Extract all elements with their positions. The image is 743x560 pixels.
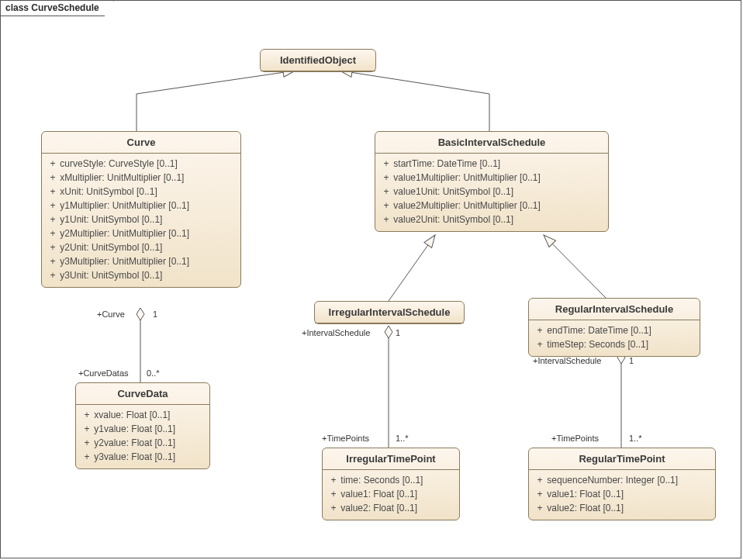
class-attribute: + y1Unit: UnitSymbol [0..1]	[48, 213, 234, 226]
class-basic-interval-schedule: BasicIntervalSchedule + startTime: DateT…	[375, 131, 609, 232]
class-title: Curve	[42, 132, 240, 154]
class-attribute: + endTime: DateTime [0..1]	[535, 323, 693, 337]
class-title: IdentifiedObject	[261, 50, 375, 71]
class-attribute: + time: Seconds [0..1]	[329, 473, 453, 487]
class-attribute: + xUnit: UnitSymbol [0..1]	[48, 185, 234, 199]
class-attrs: + startTime: DateTime [0..1]+ value1Mult…	[375, 154, 608, 231]
class-regular-time-point: RegularTimePoint + sequenceNumber: Integ…	[528, 448, 716, 520]
role-curvedatas-mult: 0..*	[147, 368, 160, 378]
class-attribute: + y1value: Float [0..1]	[82, 422, 203, 436]
class-attribute: + value2: Float [0..1]	[329, 501, 453, 515]
class-attribute: + xvalue: Float [0..1]	[82, 408, 203, 422]
class-attribute: + value1: Float [0..1]	[329, 487, 453, 501]
class-attribute: + value2Unit: UnitSymbol [0..1]	[382, 213, 602, 226]
class-attribute: + timeStep: Seconds [0..1]	[535, 337, 693, 351]
role-reg-sched-mult: 1	[629, 356, 634, 365]
class-curve-data: CurveData + xvalue: Float [0..1]+ y1valu…	[75, 382, 210, 469]
class-attribute: + y2Unit: UnitSymbol [0..1]	[48, 240, 234, 254]
role-reg-tp: +TimePoints	[551, 434, 599, 443]
class-attribute: + y1Multiplier: UnitMultiplier [0..1]	[48, 199, 234, 213]
class-attrs: + time: Seconds [0..1]+ value1: Float [0…	[323, 470, 459, 520]
class-attribute: + value2: Float [0..1]	[535, 501, 709, 515]
class-attribute: + y3Multiplier: UnitMultiplier [0..1]	[48, 254, 234, 268]
class-attrs: + curveStyle: CurveStyle [0..1]+ xMultip…	[42, 154, 240, 287]
role-ir-sched-mult: 1	[396, 328, 400, 337]
class-attribute: + value2Multiplier: UnitMultiplier [0..1…	[382, 199, 602, 213]
class-title: CurveData	[76, 383, 209, 405]
class-attrs: + xvalue: Float [0..1]+ y1value: Float […	[76, 405, 209, 468]
role-ir-tp: +TimePoints	[322, 434, 369, 443]
class-attribute: + sequenceNumber: Integer [0..1]	[535, 473, 709, 487]
class-irregular-time-point: IrregularTimePoint + time: Seconds [0..1…	[322, 448, 460, 520]
class-title: BasicIntervalSchedule	[375, 132, 608, 154]
diagram-frame: class CurveSchedule IdentifiedObject	[0, 0, 741, 558]
class-title: RegularIntervalSchedule	[529, 299, 700, 320]
class-attribute: + value1: Float [0..1]	[535, 487, 709, 501]
frame-title: class CurveSchedule	[1, 1, 114, 16]
role-curvedatas: +CurveDatas	[78, 368, 129, 378]
class-curve: Curve + curveStyle: CurveStyle [0..1]+ x…	[41, 131, 241, 288]
role-curve: +Curve	[97, 309, 125, 319]
class-attribute: + value1Multiplier: UnitMultiplier [0..1…	[382, 171, 602, 185]
class-attribute: + curveStyle: CurveStyle [0..1]	[48, 157, 234, 171]
class-attribute: + y2value: Float [0..1]	[82, 436, 203, 450]
class-attribute: + y3Unit: UnitSymbol [0..1]	[48, 268, 234, 282]
role-reg-tp-mult: 1..*	[629, 434, 642, 443]
class-attrs: + sequenceNumber: Integer [0..1]+ value1…	[529, 470, 715, 520]
class-regular-interval-schedule: RegularIntervalSchedule + endTime: DateT…	[528, 298, 700, 357]
class-attribute: + startTime: DateTime [0..1]	[382, 157, 602, 171]
class-title: IrregularIntervalSchedule	[315, 302, 464, 323]
role-ir-sched: +IntervalSchedule	[302, 328, 370, 337]
class-attribute: + y3value: Float [0..1]	[82, 450, 203, 464]
class-identified-object: IdentifiedObject	[260, 49, 376, 72]
class-title: RegularTimePoint	[529, 448, 715, 470]
class-attribute: + xMultiplier: UnitMultiplier [0..1]	[48, 171, 234, 185]
role-ir-tp-mult: 1..*	[396, 434, 409, 443]
role-curve-mult: 1	[153, 309, 157, 319]
class-attrs: + endTime: DateTime [0..1]+ timeStep: Se…	[529, 320, 700, 356]
class-irregular-interval-schedule: IrregularIntervalSchedule	[314, 301, 465, 324]
role-reg-sched: +IntervalSchedule	[533, 356, 601, 365]
class-attribute: + y2Multiplier: UnitMultiplier [0..1]	[48, 226, 234, 240]
class-title: IrregularTimePoint	[323, 448, 459, 470]
class-attribute: + value1Unit: UnitSymbol [0..1]	[382, 185, 602, 199]
